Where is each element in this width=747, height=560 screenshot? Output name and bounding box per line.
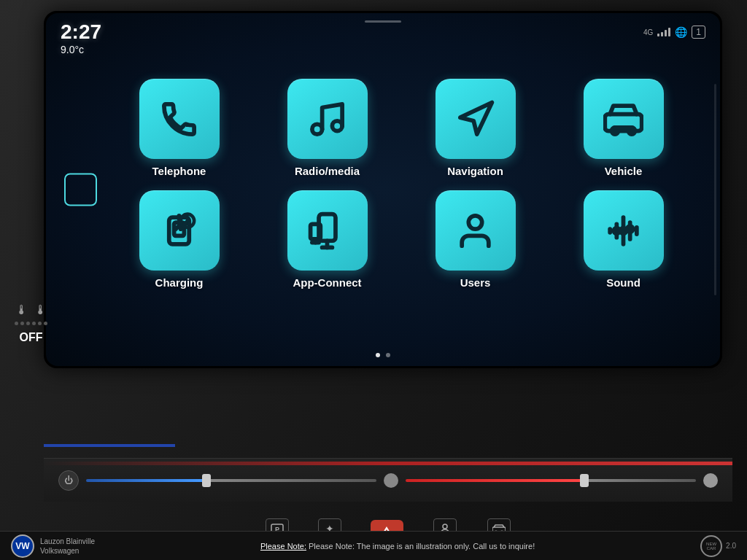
app-connect-label: App-Connect <box>293 276 361 289</box>
sound-icon <box>603 211 643 251</box>
menu-grid: Telephone Radio/media <box>104 79 698 289</box>
charging-icon-box[interactable] <box>139 190 220 271</box>
infotainment-screen-bezel: 2:27 9.0°c 4G 🌐 1 <box>44 11 722 368</box>
radio-media-icon-box[interactable] <box>287 79 368 159</box>
heat-dot-4 <box>32 322 36 325</box>
vw-logo: VW Lauzon Blainville Volkswagen <box>11 534 95 558</box>
notice-text: Please Note: Please Note: The image is a… <box>95 542 700 551</box>
navigation-label: Navigation <box>447 165 503 177</box>
svg-point-0 <box>312 124 322 134</box>
menu-item-radio-media[interactable]: Radio/media <box>260 79 395 177</box>
svg-point-24 <box>614 227 620 233</box>
navigation-icon-box[interactable] <box>436 79 516 159</box>
menu-item-sound[interactable]: Sound <box>556 190 691 289</box>
vw-circle-badge: VW <box>11 534 34 558</box>
svg-point-25 <box>627 225 633 232</box>
page-dots <box>376 353 390 357</box>
heat-dot-2 <box>20 322 24 325</box>
infotainment-screen: 2:27 9.0°c 4G 🌐 1 <box>46 13 720 366</box>
newcar-text: NEWCAR <box>706 542 716 551</box>
app-connect-icon <box>307 211 347 251</box>
power-button[interactable]: ⏻ <box>58 470 79 491</box>
signal-area: 4G 🌐 1 <box>643 26 705 39</box>
right-slider-knob[interactable] <box>580 474 589 487</box>
off-label: OFF <box>20 331 43 344</box>
users-label: Users <box>460 276 491 289</box>
phone-icon <box>159 99 199 139</box>
car-icon <box>603 99 643 139</box>
menu-item-app-connect[interactable]: App-Connect <box>260 190 395 289</box>
square-button[interactable] <box>64 174 97 206</box>
menu-item-users[interactable]: Users <box>408 190 543 289</box>
heat-dot-5 <box>38 322 42 325</box>
navigation-icon <box>455 99 495 139</box>
notice-content: Please Note: The image is an illustratio… <box>309 542 535 551</box>
signal-bar-1 <box>657 34 659 36</box>
left-slider-track[interactable] <box>86 479 376 482</box>
clock-time: 2:27 <box>61 22 101 42</box>
svg-point-17 <box>468 215 481 228</box>
signal-bar-2 <box>661 32 663 36</box>
menu-item-charging[interactable]: Charging <box>112 190 247 289</box>
time-display: 2:27 9.0°c <box>61 22 101 55</box>
menu-item-vehicle[interactable]: Vehicle <box>556 79 691 177</box>
page-dot-2[interactable] <box>386 353 390 357</box>
users-icon <box>455 211 495 251</box>
heat-icons: 🌡 🌡 <box>15 303 47 318</box>
menu-item-navigation[interactable]: Navigation <box>408 79 543 177</box>
signal-bars <box>657 28 670 36</box>
music-icon <box>307 99 347 139</box>
svg-point-1 <box>332 120 342 131</box>
bottom-bar: VW Lauzon Blainville Volkswagen Please N… <box>0 531 747 560</box>
temperature-display: 9.0°c <box>61 44 101 55</box>
vehicle-label: Vehicle <box>605 165 643 177</box>
telephone-icon-box[interactable] <box>139 79 220 159</box>
dealer-line2: Volkswagen <box>40 546 95 556</box>
screen-scrollbar[interactable] <box>714 84 716 295</box>
status-bar: 2:27 9.0°c 4G 🌐 1 <box>61 22 705 55</box>
newcar-badge: NEWCAR 2.0 <box>700 535 736 557</box>
app-connect-icon-box[interactable] <box>287 190 368 271</box>
svg-marker-2 <box>460 102 492 134</box>
heat-dot-6 <box>44 322 47 325</box>
newcar-circle: NEWCAR <box>700 535 722 557</box>
dealer-line1: Lauzon Blainville <box>40 537 95 546</box>
signal-label: 4G <box>643 28 653 36</box>
heat-dots <box>15 322 47 325</box>
sound-label: Sound <box>606 276 640 289</box>
left-controls: 🌡 🌡 OFF <box>15 303 47 344</box>
signal-bar-3 <box>665 30 667 36</box>
red-temperature-bar <box>44 462 732 465</box>
page-number-badge: 1 <box>692 26 705 39</box>
seat-heat-right-icon: 🌡 <box>34 303 47 318</box>
signal-bar-4 <box>668 28 670 36</box>
globe-icon: 🌐 <box>675 26 687 38</box>
svg-point-31 <box>443 524 447 529</box>
charging-icon <box>159 211 199 251</box>
users-icon-box[interactable] <box>436 190 516 271</box>
dealer-name: Lauzon Blainville Volkswagen <box>40 537 95 556</box>
blue-accent-bar <box>44 444 175 447</box>
car-interior: 2:27 9.0°c 4G 🌐 1 <box>0 0 747 560</box>
page-dot-1[interactable] <box>376 353 380 357</box>
heat-dot-3 <box>26 322 30 325</box>
vehicle-icon-box[interactable] <box>584 79 664 159</box>
center-knob[interactable] <box>384 473 398 488</box>
right-knob[interactable] <box>703 473 718 488</box>
right-slider-track[interactable] <box>406 479 696 482</box>
seat-heat-left-icon: 🌡 <box>15 303 28 318</box>
svg-rect-14 <box>311 224 321 239</box>
charging-label: Charging <box>155 276 204 289</box>
heat-dot-1 <box>15 322 18 325</box>
sound-icon-box[interactable] <box>584 190 664 271</box>
telephone-label: Telephone <box>152 165 206 177</box>
left-slider-knob[interactable] <box>202 474 211 487</box>
menu-item-telephone[interactable]: Telephone <box>112 79 247 177</box>
radio-media-label: Radio/media <box>295 165 360 177</box>
newcar-version: 2.0 <box>726 542 736 550</box>
